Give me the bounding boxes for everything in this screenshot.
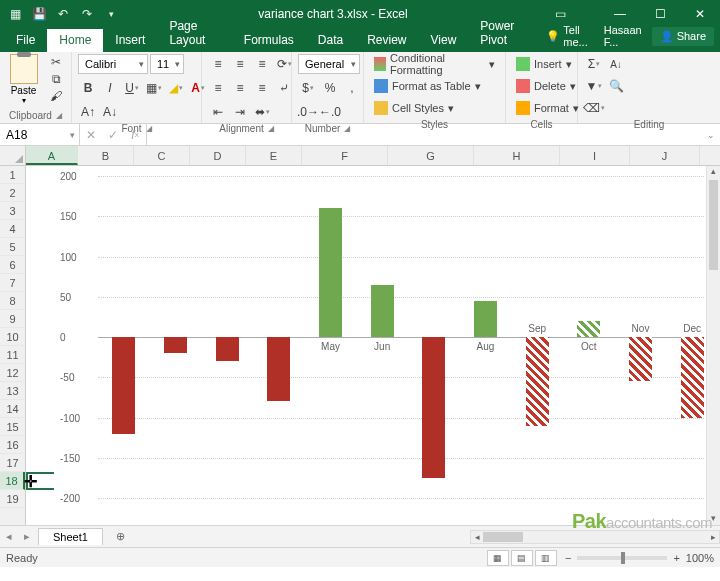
row-header-11[interactable]: 11 xyxy=(0,346,25,364)
cell-styles-button[interactable]: Cell Styles▾ xyxy=(370,98,458,118)
cancel-formula-icon[interactable]: ✕ xyxy=(80,124,102,146)
row-header-12[interactable]: 12 xyxy=(0,364,25,382)
name-box[interactable]: A18 xyxy=(0,124,80,145)
border-button[interactable]: ▦ xyxy=(144,78,164,98)
row-header-14[interactable]: 14 xyxy=(0,400,25,418)
new-sheet-button[interactable]: ⊕ xyxy=(111,528,131,546)
column-header-A[interactable]: A xyxy=(26,146,78,165)
tab-view[interactable]: View xyxy=(419,29,469,52)
column-header-G[interactable]: G xyxy=(388,146,474,165)
row-header-4[interactable]: 4 xyxy=(0,220,25,238)
row-header-17[interactable]: 17 xyxy=(0,454,25,472)
row-header-15[interactable]: 15 xyxy=(0,418,25,436)
tell-me[interactable]: 💡Tell me... xyxy=(540,20,593,52)
format-cells-button[interactable]: Format▾ xyxy=(512,98,583,118)
bar-Apr[interactable] xyxy=(267,337,290,401)
column-header-B[interactable]: B xyxy=(78,146,134,165)
row-header-16[interactable]: 16 xyxy=(0,436,25,454)
column-header-D[interactable]: D xyxy=(190,146,246,165)
zoom-out-icon[interactable]: − xyxy=(565,552,571,564)
column-header-H[interactable]: H xyxy=(474,146,560,165)
select-all-button[interactable] xyxy=(0,146,26,166)
format-as-table-button[interactable]: Format as Table▾ xyxy=(370,76,485,96)
percent-format-icon[interactable]: % xyxy=(320,78,340,98)
row-header-18[interactable]: 18 xyxy=(0,472,25,490)
increase-font-icon[interactable]: A↑ xyxy=(78,102,98,122)
zoom-in-icon[interactable]: + xyxy=(673,552,679,564)
align-center-icon[interactable]: ≡ xyxy=(230,78,250,98)
fx-icon[interactable]: fx xyxy=(124,124,146,146)
undo-icon[interactable]: ↶ xyxy=(52,3,74,25)
formula-input[interactable] xyxy=(147,124,702,145)
scroll-thumb[interactable] xyxy=(709,180,718,270)
merge-center-icon[interactable]: ⬌ xyxy=(252,102,272,122)
row-header-5[interactable]: 5 xyxy=(0,238,25,256)
number-format-combo[interactable]: General xyxy=(298,54,360,74)
sheet-nav-prev-icon[interactable]: ◂ xyxy=(0,530,18,543)
scroll-thumb[interactable] xyxy=(483,532,523,542)
row-header-9[interactable]: 9 xyxy=(0,310,25,328)
enter-formula-icon[interactable]: ✓ xyxy=(102,124,124,146)
row-header-8[interactable]: 8 xyxy=(0,292,25,310)
copy-icon[interactable]: ⧉ xyxy=(47,71,65,87)
bar-Jan[interactable] xyxy=(112,337,135,434)
redo-icon[interactable]: ↷ xyxy=(76,3,98,25)
bar-Oct[interactable] xyxy=(577,321,600,337)
tab-review[interactable]: Review xyxy=(355,29,418,52)
decrease-font-icon[interactable]: A↓ xyxy=(100,102,120,122)
row-header-6[interactable]: 6 xyxy=(0,256,25,274)
orientation-icon[interactable]: ⟳ xyxy=(274,54,294,74)
autosum-button[interactable]: Σ xyxy=(584,54,604,74)
dialog-launcher-icon[interactable]: ◢ xyxy=(56,111,62,120)
row-header-13[interactable]: 13 xyxy=(0,382,25,400)
save-icon[interactable]: 💾 xyxy=(28,3,50,25)
fill-color-button[interactable]: ◢ xyxy=(166,78,186,98)
row-header-7[interactable]: 7 xyxy=(0,274,25,292)
column-header-F[interactable]: F xyxy=(302,146,388,165)
font-name-combo[interactable]: Calibri xyxy=(78,54,148,74)
tab-page-layout[interactable]: Page Layout xyxy=(157,15,231,52)
align-top-icon[interactable]: ≡ xyxy=(208,54,228,74)
bar-Dec[interactable] xyxy=(681,337,704,418)
align-right-icon[interactable]: ≡ xyxy=(252,78,272,98)
column-header-E[interactable]: E xyxy=(246,146,302,165)
column-header-J[interactable]: J xyxy=(630,146,700,165)
tab-file[interactable]: File xyxy=(4,29,47,52)
column-headers[interactable]: ABCDEFGHIJ xyxy=(26,146,720,166)
zoom-slider[interactable] xyxy=(577,556,667,560)
find-select-button[interactable]: 🔍 xyxy=(606,76,626,96)
insert-cells-button[interactable]: Insert▾ xyxy=(512,54,576,74)
sort-filter-button[interactable]: A↓ xyxy=(606,54,626,74)
comma-format-icon[interactable]: , xyxy=(342,78,362,98)
column-header-I[interactable]: I xyxy=(560,146,630,165)
vertical-scrollbar[interactable]: ▴ ▾ xyxy=(706,166,720,525)
align-left-icon[interactable]: ≡ xyxy=(208,78,228,98)
cut-icon[interactable]: ✂ xyxy=(47,54,65,70)
tab-insert[interactable]: Insert xyxy=(103,29,157,52)
clear-button[interactable]: ⌫ xyxy=(584,98,604,118)
delete-cells-button[interactable]: Delete▾ xyxy=(512,76,580,96)
decrease-indent-icon[interactable]: ⇤ xyxy=(208,102,228,122)
embedded-chart[interactable]: JanFebMarAprMayJunJulAugSepOctNovDec -20… xyxy=(54,168,714,510)
increase-decimal-icon[interactable]: .0→ xyxy=(298,102,318,122)
row-header-3[interactable]: 3 xyxy=(0,202,25,220)
tab-formulas[interactable]: Formulas xyxy=(232,29,306,52)
row-header-19[interactable]: 19 xyxy=(0,490,25,508)
tab-data[interactable]: Data xyxy=(306,29,355,52)
user-name[interactable]: Hasaan F... xyxy=(598,20,648,52)
cells-grid[interactable]: ✛ JanFebMarAprMayJunJulAugSepOctNovDec -… xyxy=(26,166,720,525)
italic-button[interactable]: I xyxy=(100,78,120,98)
scroll-up-icon[interactable]: ▴ xyxy=(707,166,720,178)
sheet-nav-next-icon[interactable]: ▸ xyxy=(18,530,36,543)
expand-formula-bar-icon[interactable]: ⌄ xyxy=(702,130,720,140)
bar-May[interactable] xyxy=(319,208,342,337)
accounting-format-icon[interactable]: $ xyxy=(298,78,318,98)
page-layout-view-icon[interactable]: ▤ xyxy=(511,550,533,566)
fill-button[interactable]: ▼ xyxy=(584,76,604,96)
bold-button[interactable]: B xyxy=(78,78,98,98)
share-button[interactable]: 👤Share xyxy=(652,27,714,46)
underline-button[interactable]: U xyxy=(122,78,142,98)
increase-indent-icon[interactable]: ⇥ xyxy=(230,102,250,122)
row-header-1[interactable]: 1 xyxy=(0,166,25,184)
format-painter-icon[interactable]: 🖌 xyxy=(47,88,65,104)
